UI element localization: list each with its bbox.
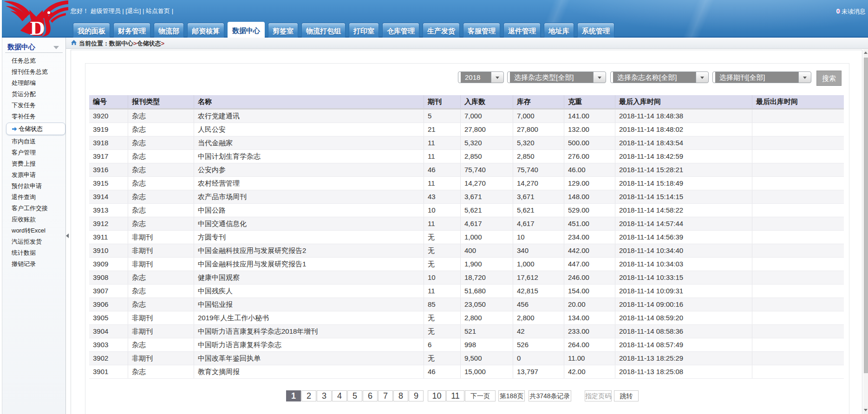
svg-text:D: D — [30, 17, 45, 37]
